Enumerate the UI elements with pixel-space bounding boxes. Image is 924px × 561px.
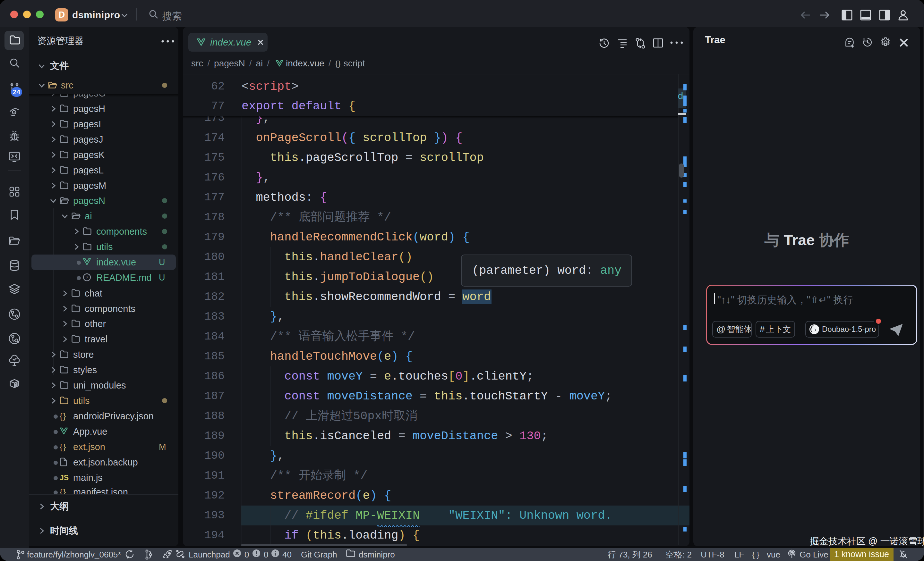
svg-text:?: ? [86, 274, 88, 280]
